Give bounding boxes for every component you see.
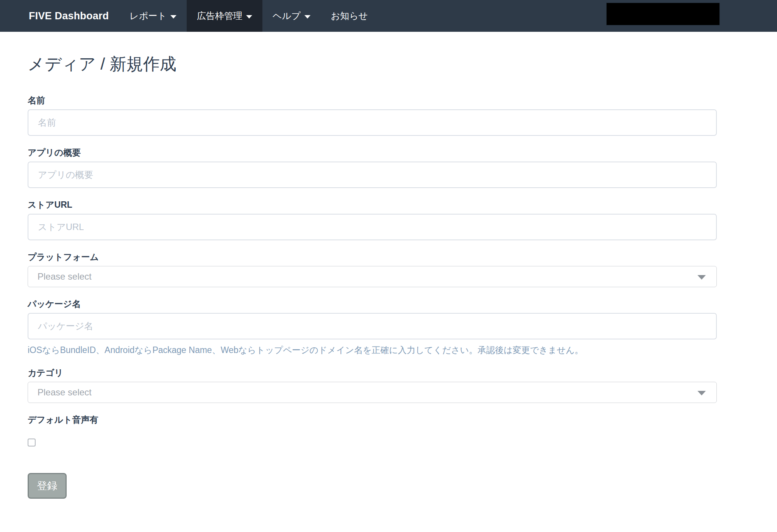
submit-button[interactable]: 登録 — [28, 473, 67, 499]
top-navbar: FIVE Dashboard レポート 広告枠管理 ヘルプ お知らせ — [0, 0, 777, 32]
category-label: カテゴリ — [28, 367, 717, 378]
app-summary-label: アプリの概要 — [28, 147, 717, 158]
platform-select[interactable]: Please select — [28, 266, 717, 287]
form-group-platform: プラットフォーム Please select — [28, 252, 717, 287]
default-sound-checkbox[interactable] — [28, 439, 36, 446]
nav-item-news[interactable]: お知らせ — [321, 0, 378, 32]
chevron-down-icon — [246, 15, 252, 19]
nav-item-label: レポート — [130, 10, 167, 22]
form-group-name: 名前 — [28, 95, 717, 136]
page-title: メディア / 新規作成 — [28, 54, 717, 74]
form-group-store-url: ストアURL — [28, 199, 717, 240]
nav-item-reports[interactable]: レポート — [119, 0, 187, 32]
platform-label: プラットフォーム — [28, 252, 717, 262]
form-group-default-sound: デフォルト音声有 — [28, 414, 717, 446]
nav-item-ad-slot-management[interactable]: 広告枠管理 — [187, 0, 262, 32]
dropdown-caret-icon — [697, 275, 706, 280]
main-content: メディア / 新規作成 名前 アプリの概要 ストアURL プラットフォーム Pl… — [0, 32, 777, 499]
brand-logo[interactable]: FIVE Dashboard — [0, 0, 119, 32]
chevron-down-icon — [304, 15, 310, 19]
store-url-input[interactable] — [28, 214, 717, 240]
app-summary-input[interactable] — [28, 162, 717, 188]
form-group-category: カテゴリ Please select — [28, 367, 717, 403]
nav-item-label: 広告枠管理 — [197, 10, 242, 22]
category-select[interactable]: Please select — [28, 382, 717, 403]
store-url-label: ストアURL — [28, 199, 717, 210]
user-account-redacted-box[interactable] — [606, 3, 720, 25]
media-create-form: 名前 アプリの概要 ストアURL プラットフォーム Please select … — [28, 95, 717, 499]
nav-item-help[interactable]: ヘルプ — [262, 0, 321, 32]
package-name-input[interactable] — [28, 313, 717, 339]
form-group-app-summary: アプリの概要 — [28, 147, 717, 188]
default-sound-label: デフォルト音声有 — [28, 414, 717, 425]
name-input[interactable] — [28, 109, 717, 136]
dropdown-caret-icon — [697, 391, 706, 395]
nav-item-label: ヘルプ — [273, 10, 301, 22]
category-select-value: Please select — [37, 387, 92, 398]
package-name-help-text: iOSならBundleID、AndroidならPackage Name、Webな… — [28, 345, 717, 356]
form-group-package-name: パッケージ名 iOSならBundleID、AndroidならPackage Na… — [28, 299, 717, 356]
nav-item-label: お知らせ — [331, 10, 368, 22]
name-label: 名前 — [28, 95, 717, 106]
package-name-label: パッケージ名 — [28, 299, 717, 309]
nav-menu: レポート 広告枠管理 ヘルプ お知らせ — [119, 0, 378, 32]
chevron-down-icon — [170, 15, 176, 19]
platform-select-value: Please select — [37, 271, 92, 282]
